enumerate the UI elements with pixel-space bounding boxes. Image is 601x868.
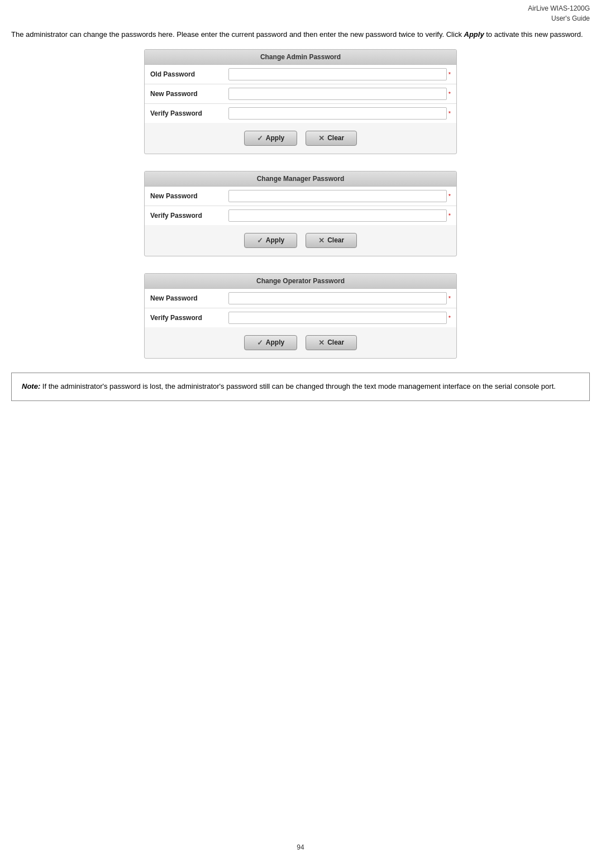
forms-container: Change Admin Password Old Password * New…	[11, 46, 590, 361]
manager-verify-password-label: Verify Password	[150, 212, 228, 220]
operator-clear-button[interactable]: ✕ Clear	[306, 335, 357, 350]
manager-apply-button[interactable]: ✓ Apply	[244, 233, 297, 248]
note-label: Note:	[22, 382, 40, 390]
manager-verify-password-input[interactable]	[228, 209, 447, 222]
header-line2: User's Guide	[551, 15, 590, 22]
operator-verify-password-input[interactable]	[228, 312, 447, 324]
admin-apply-label: Apply	[266, 134, 284, 142]
operator-form-title: Change Operator Password	[145, 274, 456, 289]
intro-paragraph: The administrator can change the passwor…	[0, 25, 601, 46]
manager-new-password-row: New Password *	[145, 187, 456, 206]
manager-apply-label: Apply	[266, 236, 284, 244]
admin-password-form: Change Admin Password Old Password * New…	[144, 49, 457, 154]
note-text: If the administrator's password is lost,…	[40, 382, 556, 390]
manager-clear-button[interactable]: ✕ Clear	[306, 233, 357, 248]
admin-new-required-marker: *	[449, 90, 451, 97]
operator-new-required-marker: *	[449, 295, 451, 302]
operator-apply-icon: ✓	[257, 338, 263, 347]
manager-verify-password-row: Verify Password *	[145, 206, 456, 225]
operator-form-buttons: ✓ Apply ✕ Clear	[145, 327, 456, 358]
admin-new-password-input[interactable]	[228, 88, 447, 100]
admin-verify-password-label: Verify Password	[150, 109, 228, 117]
manager-clear-label: Clear	[327, 236, 344, 244]
operator-password-form: Change Operator Password New Password * …	[144, 273, 457, 359]
admin-old-password-row: Old Password *	[145, 65, 456, 84]
operator-new-password-label: New Password	[150, 294, 228, 302]
admin-clear-button[interactable]: ✕ Clear	[306, 131, 357, 146]
manager-new-password-label: New Password	[150, 192, 228, 200]
manager-form-fields: New Password * Verify Password *	[145, 187, 456, 225]
admin-clear-label: Clear	[327, 134, 344, 142]
operator-clear-icon: ✕	[318, 338, 325, 347]
manager-new-password-input[interactable]	[228, 190, 447, 202]
manager-form-buttons: ✓ Apply ✕ Clear	[145, 225, 456, 256]
admin-new-password-row: New Password *	[145, 84, 456, 104]
main-content: Change Admin Password Old Password * New…	[0, 46, 601, 361]
admin-verify-password-input[interactable]	[228, 107, 447, 120]
manager-clear-icon: ✕	[318, 236, 325, 245]
manager-password-form: Change Manager Password New Password * V…	[144, 171, 457, 256]
admin-old-password-label: Old Password	[150, 70, 228, 78]
admin-form-buttons: ✓ Apply ✕ Clear	[145, 123, 456, 154]
note-section: Note: If the administrator's password is…	[11, 373, 590, 401]
admin-verify-password-row: Verify Password *	[145, 104, 456, 123]
operator-new-password-input[interactable]	[228, 292, 447, 304]
page-header: AirLive WIAS-1200G User's Guide	[0, 0, 601, 25]
admin-apply-button[interactable]: ✓ Apply	[244, 131, 297, 146]
manager-new-required-marker: *	[449, 193, 451, 199]
admin-new-password-label: New Password	[150, 90, 228, 98]
admin-clear-icon: ✕	[318, 134, 325, 142]
manager-form-title: Change Manager Password	[145, 171, 456, 187]
operator-verify-required-marker: *	[449, 314, 451, 321]
operator-verify-password-row: Verify Password *	[145, 308, 456, 327]
operator-clear-label: Clear	[327, 338, 344, 346]
intro-text-after: to activate this new password.	[484, 30, 583, 39]
operator-apply-button[interactable]: ✓ Apply	[244, 335, 297, 350]
admin-apply-icon: ✓	[257, 134, 263, 142]
manager-verify-required-marker: *	[449, 212, 451, 219]
header-line1: AirLive WIAS-1200G	[528, 4, 590, 12]
admin-old-password-input[interactable]	[228, 68, 447, 80]
admin-old-required-marker: *	[449, 71, 451, 78]
intro-bold: Apply	[464, 30, 484, 39]
page-number: 94	[0, 843, 601, 851]
operator-new-password-row: New Password *	[145, 289, 456, 308]
operator-verify-password-label: Verify Password	[150, 314, 228, 322]
manager-apply-icon: ✓	[257, 236, 263, 245]
operator-apply-label: Apply	[266, 338, 284, 346]
intro-text-before: The administrator can change the passwor…	[11, 30, 464, 39]
admin-verify-required-marker: *	[449, 110, 451, 117]
admin-form-fields: Old Password * New Password * Verify Pas…	[145, 65, 456, 123]
admin-form-title: Change Admin Password	[145, 50, 456, 65]
operator-form-fields: New Password * Verify Password *	[145, 289, 456, 327]
